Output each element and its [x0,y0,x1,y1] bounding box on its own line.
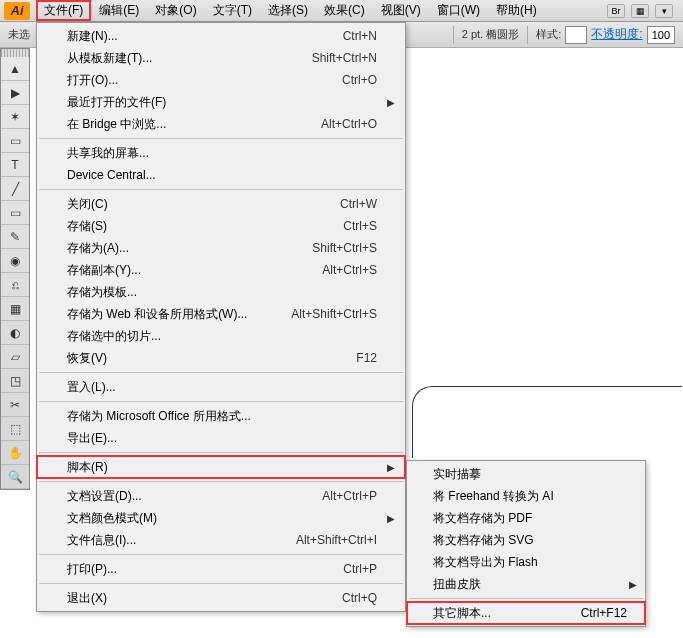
tool-9[interactable]: ⎌ [1,273,29,297]
script-menu-item-1[interactable]: 将 Freehand 转换为 AI [407,485,645,507]
menu-item-shortcut: Shift+Ctrl+N [312,51,377,65]
stroke-profile[interactable]: 2 pt. 椭圆形 [462,27,519,42]
tool-10[interactable]: ▦ [1,297,29,321]
tool-3[interactable]: ▭ [1,129,29,153]
submenu-item-label: 将文档存储为 SVG [433,532,534,549]
tool-2[interactable]: ✶ [1,105,29,129]
file-menu-item-6[interactable]: 共享我的屏幕... [37,142,405,164]
file-menu-item-20[interactable]: 存储为 Microsoft Office 所用格式... [37,405,405,427]
tool-7[interactable]: ✎ [1,225,29,249]
menu-item-shortcut: Ctrl+Q [342,591,377,605]
file-menu-item-18[interactable]: 置入(L)... [37,376,405,398]
menu-item-shortcut: Alt+Ctrl+P [322,489,377,503]
menu-item-shortcut: Ctrl+W [340,197,377,211]
file-menu-item-2[interactable]: 打开(O)...Ctrl+O [37,69,405,91]
script-submenu: 实时描摹将 Freehand 转换为 AI将文档存储为 PDF将文档存储为 SV… [406,460,646,627]
file-menu-item-3[interactable]: 最近打开的文件(F)▶ [37,91,405,113]
tool-4[interactable]: T [1,153,29,177]
script-menu-item-0[interactable]: 实时描摹 [407,463,645,485]
menu-help[interactable]: 帮助(H) [488,0,545,21]
menu-item-label: 导出(E)... [67,430,377,447]
menu-item-label: 最近打开的文件(F) [67,94,377,111]
submenu-separator [409,598,643,599]
tool-15[interactable]: ⬚ [1,417,29,441]
tool-12[interactable]: ▱ [1,345,29,369]
canvas-shape [412,386,682,458]
file-menu-item-15[interactable]: 存储选中的切片... [37,325,405,347]
menu-separator [39,452,403,453]
menu-item-shortcut: Ctrl+N [343,29,377,43]
tool-0[interactable]: ▲ [1,57,29,81]
submenu-item-label: 扭曲皮肤 [433,576,481,593]
file-menu-item-25[interactable]: 文档设置(D)...Alt+Ctrl+P [37,485,405,507]
tool-17[interactable]: 🔍 [1,465,29,489]
file-menu-item-7[interactable]: Device Central... [37,164,405,186]
submenu-arrow-icon: ▶ [387,462,395,473]
menu-item-label: 退出(X) [67,590,342,607]
submenu-item-label: 将文档导出为 Flash [433,554,538,571]
file-menu-item-0[interactable]: 新建(N)...Ctrl+N [37,25,405,47]
file-menu-item-27[interactable]: 文件信息(I)...Alt+Shift+Ctrl+I [37,529,405,551]
menu-item-label: 存储为(A)... [67,240,312,257]
menu-type[interactable]: 文字(T) [205,0,260,21]
file-menu-item-26[interactable]: 文档颜色模式(M)▶ [37,507,405,529]
file-menu-item-31[interactable]: 退出(X)Ctrl+Q [37,587,405,609]
submenu-item-label: 将 Freehand 转换为 AI [433,488,554,505]
script-menu-item-3[interactable]: 将文档存储为 SVG [407,529,645,551]
tool-11[interactable]: ◐ [1,321,29,345]
menu-view[interactable]: 视图(V) [373,0,429,21]
style-swatch[interactable] [565,26,587,44]
file-menu-item-1[interactable]: 从模板新建(T)...Shift+Ctrl+N [37,47,405,69]
tool-14[interactable]: ✂ [1,393,29,417]
arrange-button[interactable]: ▦ [631,4,649,18]
menu-item-label: 存储选中的切片... [67,328,377,345]
opacity-value[interactable]: 100 [647,26,675,44]
menu-window[interactable]: 窗口(W) [429,0,488,21]
menu-separator [39,138,403,139]
opacity-label[interactable]: 不透明度: [591,26,642,43]
menu-item-label: 打印(P)... [67,561,343,578]
file-menu-item-9[interactable]: 关闭(C)Ctrl+W [37,193,405,215]
file-menu-item-16[interactable]: 恢复(V)F12 [37,347,405,369]
script-menu-item-2[interactable]: 将文档存储为 PDF [407,507,645,529]
tool-palette: ▲▶✶▭T╱▭✎◉⎌▦◐▱◳✂⬚✋🔍 [0,48,30,490]
file-menu-item-23[interactable]: 脚本(R)▶ [37,456,405,478]
tool-1[interactable]: ▶ [1,81,29,105]
tool-8[interactable]: ◉ [1,249,29,273]
file-menu-item-21[interactable]: 导出(E)... [37,427,405,449]
menu-item-label: 置入(L)... [67,379,377,396]
menu-item-label: 恢复(V) [67,350,356,367]
menu-select[interactable]: 选择(S) [260,0,316,21]
file-menu-item-13[interactable]: 存储为模板... [37,281,405,303]
file-menu-item-12[interactable]: 存储副本(Y)...Alt+Ctrl+S [37,259,405,281]
menu-item-shortcut: Alt+Ctrl+S [322,263,377,277]
file-menu-item-29[interactable]: 打印(P)...Ctrl+P [37,558,405,580]
file-menu-item-11[interactable]: 存储为(A)...Shift+Ctrl+S [37,237,405,259]
script-menu-item-7[interactable]: 其它脚本...Ctrl+F12 [407,602,645,624]
file-menu-item-14[interactable]: 存储为 Web 和设备所用格式(W)...Alt+Shift+Ctrl+S [37,303,405,325]
tool-6[interactable]: ▭ [1,201,29,225]
menu-item-shortcut: F12 [356,351,377,365]
menu-edit[interactable]: 编辑(E) [91,0,147,21]
submenu-arrow-icon: ▶ [629,579,637,590]
tool-16[interactable]: ✋ [1,441,29,465]
menu-effect[interactable]: 效果(C) [316,0,373,21]
file-menu-dropdown: 新建(N)...Ctrl+N从模板新建(T)...Shift+Ctrl+N打开(… [36,22,406,612]
script-menu-item-4[interactable]: 将文档导出为 Flash [407,551,645,573]
palette-grip[interactable] [1,49,29,57]
menu-object[interactable]: 对象(O) [147,0,204,21]
script-menu-item-5[interactable]: 扭曲皮肤▶ [407,573,645,595]
bridge-button[interactable]: Br [607,4,625,18]
file-menu-item-4[interactable]: 在 Bridge 中浏览...Alt+Ctrl+O [37,113,405,135]
menu-item-label: 新建(N)... [67,28,343,45]
file-menu-item-10[interactable]: 存储(S)Ctrl+S [37,215,405,237]
tool-13[interactable]: ◳ [1,369,29,393]
menu-item-shortcut: Alt+Shift+Ctrl+I [296,533,377,547]
menu-item-shortcut: Ctrl+O [342,73,377,87]
submenu-item-label: 将文档存储为 PDF [433,510,532,527]
workspace-dropdown[interactable]: ▾ [655,4,673,18]
menu-file[interactable]: 文件(F) [36,0,91,21]
tool-5[interactable]: ╱ [1,177,29,201]
submenu-item-shortcut: Ctrl+F12 [571,606,627,620]
submenu-arrow-icon: ▶ [387,513,395,524]
